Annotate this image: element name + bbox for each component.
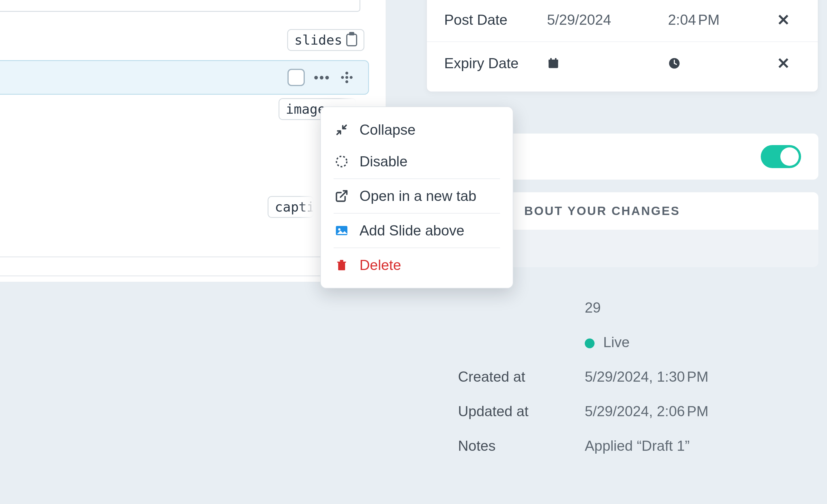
menu-divider [334,178,500,179]
post-date-label: Post Date [444,11,547,28]
clock-icon[interactable] [668,57,766,70]
notes-heading-text: BOUT YOUR CHANGES [524,204,680,218]
meta-status-value: Live [585,334,816,350]
field-tag-slides[interactable]: slides [287,29,364,51]
meta-updated-value: 5/29/2024, 2:06 PM [585,403,816,419]
field-tag-caption[interactable]: caption [267,196,314,218]
dates-card: Post Date 5/29/2024 2:04 PM ✕ Expiry Dat… [426,0,818,92]
clear-expiry-date-button[interactable]: ✕ [766,54,800,72]
status-dot-icon [585,338,594,348]
move-handle-icon[interactable] [339,70,354,85]
menu-item-add-slide-above[interactable]: Add Slide above [321,215,513,246]
divider [0,275,326,276]
context-menu: Collapse Disable Open in a new tab [320,107,513,288]
meta-id-label [458,299,585,316]
field-tag-label: image [286,101,326,117]
svg-point-0 [336,156,347,167]
disable-icon [334,154,350,170]
post-date-row: Post Date 5/29/2024 2:04 PM ✕ [427,0,818,42]
external-link-icon [334,188,350,204]
divider [0,257,326,257]
meta-info: 29 Live Created at 5/29/2024, 1:30 PM Up… [458,299,816,454]
expiry-date-label: Expiry Date [444,55,547,72]
menu-item-open-new-tab[interactable]: Open in a new tab [321,180,513,212]
svg-rect-9 [555,58,557,61]
svg-rect-8 [550,58,552,61]
menu-item-collapse[interactable]: Collapse [321,114,513,146]
svg-rect-4 [338,263,345,270]
meta-created-value: 5/29/2024, 1:30 PM [585,369,816,385]
calendar-icon[interactable] [547,57,668,70]
menu-divider [334,247,500,248]
status-text: Live [603,334,630,350]
svg-line-1 [340,191,347,197]
menu-item-label: Delete [359,257,401,273]
slide-checkbox[interactable] [288,69,305,86]
meta-id-value: 29 [585,299,816,316]
svg-rect-7 [549,60,558,62]
trash-icon [334,257,350,273]
meta-created-label: Created at [458,369,585,385]
menu-item-label: Collapse [359,121,416,138]
menu-item-disable[interactable]: Disable [321,146,513,177]
slide-more-button[interactable]: ••• [314,70,330,85]
meta-updated-label: Updated at [458,403,585,419]
field-input[interactable] [0,0,360,12]
meta-status-label [458,334,585,350]
post-date-value[interactable]: 5/29/2024 [547,11,668,28]
clear-post-date-button[interactable]: ✕ [766,11,800,29]
svg-point-3 [338,228,340,231]
meta-notes-label: Notes [458,438,585,454]
slide-row[interactable]: ••• [0,60,369,95]
menu-divider [334,213,500,214]
post-time-value[interactable]: 2:04 PM [668,11,766,28]
meta-notes-value: Applied “Draft 1” [585,438,816,454]
svg-rect-5 [340,260,343,262]
menu-item-label: Add Slide above [359,222,464,239]
enabled-toggle[interactable] [761,145,801,168]
collapse-icon [334,122,350,138]
clipboard-icon [346,34,357,46]
field-tag-label: slides [294,32,342,48]
field-tag-label: caption [275,199,314,215]
menu-item-label: Disable [359,153,407,170]
menu-item-label: Open in a new tab [359,188,477,204]
menu-item-delete[interactable]: Delete [321,249,513,281]
image-icon [334,223,350,239]
expiry-date-row: Expiry Date ✕ [427,42,818,85]
